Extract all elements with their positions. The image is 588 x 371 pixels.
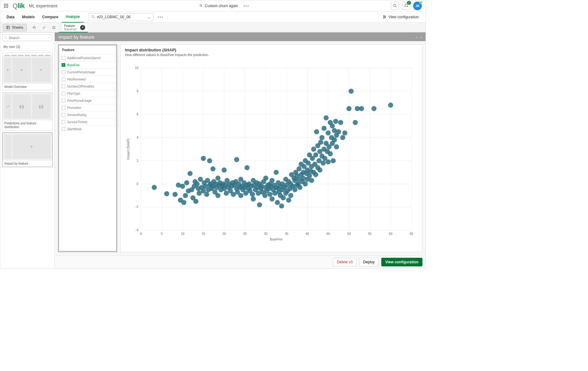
sheets-button[interactable]: Sheets [3,24,27,31]
svg-text:60: 60 [389,232,392,235]
svg-point-256 [347,106,352,111]
feature-row[interactable]: Promotion [59,104,116,111]
svg-text:2: 2 [136,159,138,162]
svg-point-222 [314,129,319,134]
checkbox-icon [62,92,65,95]
nav-tab-data[interactable]: Data [3,11,18,23]
svg-text:20: 20 [223,232,226,235]
chart-panel: Impact distribution (SHAP) How different… [120,44,422,252]
view-configuration-button[interactable]: View configuration [378,11,423,23]
sheet-card[interactable]: ↗▮▮▮▮Predictions and feature distributio… [2,92,53,131]
svg-point-89 [207,158,212,163]
svg-point-252 [336,129,341,134]
svg-point-100 [215,175,220,180]
feature-chip[interactable]: Feature BaseFee ✕ [61,23,88,32]
svg-point-253 [338,120,343,125]
svg-point-254 [340,135,345,140]
svg-text:BaseFee: BaseFee [270,238,283,241]
feature-row[interactable]: AdditionalFeatureSpend [59,54,116,61]
svg-text:45: 45 [326,232,330,235]
search-input[interactable] [9,36,50,40]
svg-point-173 [279,203,284,208]
checkbox-icon [62,77,65,81]
svg-point-215 [309,178,314,183]
svg-point-86 [204,192,209,197]
chart-title: Impact distribution (SHAP) [125,48,418,52]
apps-menu-icon[interactable] [4,4,8,8]
svg-text:Impact (SHAP): Impact (SHAP) [127,139,130,160]
feature-panel-title: Feature [59,45,116,54]
svg-point-106 [222,167,227,172]
svg-point-120 [234,157,239,162]
nav-tab-models[interactable]: Models [18,11,38,23]
svg-line-3 [93,17,94,18]
svg-point-145 [257,202,262,207]
svg-point-257 [348,89,353,94]
view-configuration-footer-button[interactable]: View configuration [381,258,422,266]
nav-tab-compare[interactable]: Compare [38,11,62,23]
checkbox-icon [62,127,65,131]
sheet-card[interactable]: ✦✦✦Model Overview [2,53,53,90]
project-name[interactable]: Custom churn again [205,4,238,8]
sheet-card[interactable]: ✦Impact by feature [2,132,53,167]
project-more-icon[interactable]: ••• [244,4,249,8]
scatter-plot[interactable]: 05101520253035404550556065-4-20246810Bas… [125,59,418,249]
svg-text:40: 40 [306,232,309,235]
nav-tab-analyze[interactable]: Analyze [62,11,83,23]
select-icon[interactable]: ⊡ [50,23,58,32]
feature-row[interactable]: PlanType [59,90,116,97]
svg-point-186 [288,193,293,198]
deploy-button[interactable]: Deploy [359,258,379,266]
svg-text:65: 65 [410,232,413,235]
prev-sheet-icon[interactable]: ‹ [416,34,417,40]
feature-row[interactable]: HasRenewed [59,75,116,83]
next-sheet-icon[interactable]: › [420,34,422,40]
svg-point-2 [92,15,94,18]
delete-button[interactable]: Delete v3 [333,258,357,266]
svg-point-246 [331,158,335,163]
feature-row[interactable]: NumberOfPenalties [59,83,116,90]
qlik-logo: Qlik [12,2,25,10]
model-select[interactable]: v03_LGBMC_00_06 ⌄ [89,13,153,21]
smart-select-icon[interactable]: ⟲ [30,23,38,32]
feature-row[interactable]: CurrentPeriodUsage [59,68,116,75]
svg-point-66 [180,184,185,189]
svg-text:15: 15 [201,232,205,235]
svg-point-167 [275,200,280,205]
svg-point-161 [270,178,275,183]
svg-point-242 [328,151,333,156]
checkbox-icon [62,63,65,67]
svg-point-258 [353,120,358,125]
lasso-icon[interactable]: ⤢ [40,23,48,32]
model-select-value: v03_LGBMC_00_06 [97,15,131,19]
checkbox-icon [62,113,65,117]
feature-row[interactable]: ServiceRating [59,111,116,118]
model-more-icon[interactable]: ••• [158,15,164,19]
feature-row[interactable]: PriorPeriodUsage [59,97,116,104]
svg-point-77 [195,181,200,186]
feature-row[interactable]: ServiceTickets [59,118,116,125]
svg-text:30: 30 [264,232,268,235]
svg-line-14 [6,38,7,39]
svg-point-176 [281,195,286,200]
svg-text:10: 10 [181,232,184,235]
feature-row[interactable]: BaseFee [59,61,116,68]
svg-point-151 [262,193,267,198]
feature-panel: Feature AdditionalFeatureSpendBaseFeeCur… [58,44,117,252]
svg-text:0: 0 [136,182,138,186]
my-own-header[interactable]: My own (3) [0,43,54,51]
svg-point-221 [313,172,318,177]
sidebar-search[interactable] [2,34,53,41]
svg-text:-2: -2 [136,205,138,209]
user-avatar[interactable]: JK [413,2,422,10]
svg-point-249 [333,119,338,124]
checkbox-icon [62,70,65,74]
feature-row[interactable]: StartWeek [59,125,116,132]
search-button[interactable] [391,2,399,10]
chip-close-icon[interactable]: ✕ [80,25,85,30]
notifications-button[interactable]: 7 [402,2,410,10]
svg-point-71 [188,171,192,176]
svg-point-67 [181,200,186,205]
svg-point-166 [274,170,279,175]
svg-point-198 [297,185,302,190]
